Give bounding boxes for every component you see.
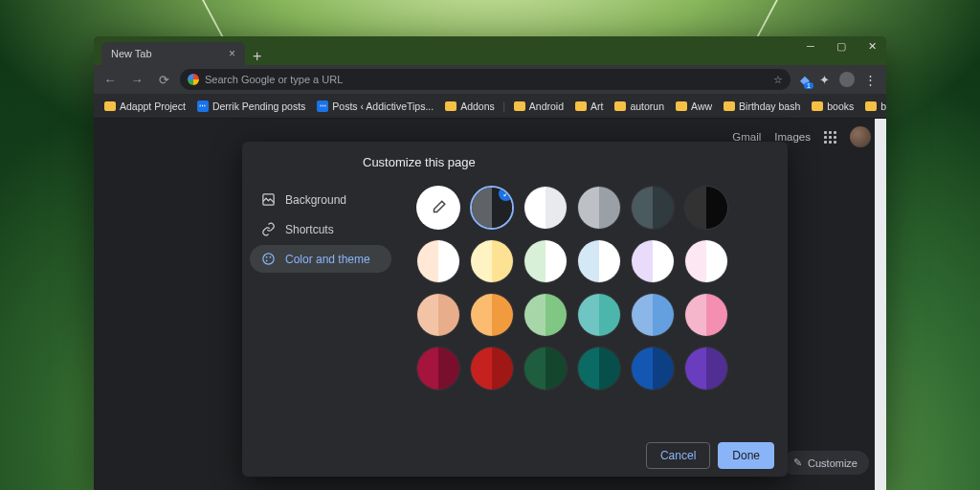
bookmark-item[interactable]: brochure xyxy=(860,98,886,115)
bookmark-label: autorun xyxy=(630,100,664,112)
color-swatch[interactable] xyxy=(470,293,514,337)
toolbar: ← → ⟳ Search Google or type a URL ☆ ◆ ✦ … xyxy=(94,65,886,94)
apps-icon[interactable] xyxy=(824,131,836,144)
forward-button[interactable]: → xyxy=(126,69,147,90)
new-tab-button[interactable]: + xyxy=(245,48,269,65)
color-swatch[interactable] xyxy=(684,186,728,230)
svg-point-4 xyxy=(266,259,268,261)
page-content: Gmail Images ✎ Customize Customize this … xyxy=(94,119,886,490)
color-swatch[interactable]: ✓ xyxy=(470,186,514,230)
site-icon: ⋯ xyxy=(317,100,328,112)
color-swatch[interactable] xyxy=(523,186,568,230)
close-tab-icon[interactable]: × xyxy=(229,47,235,60)
bookmark-label: Birthday bash xyxy=(739,100,800,112)
bookmark-item[interactable]: Birthday bash xyxy=(719,98,805,115)
close-window-icon[interactable]: ✕ xyxy=(863,40,880,53)
bookmark-label: Aww xyxy=(691,100,712,112)
check-icon: ✓ xyxy=(499,187,513,201)
dialog-sidebar: BackgroundShortcutsColor and theme xyxy=(242,159,399,434)
folder-icon xyxy=(614,101,626,111)
link-icon xyxy=(261,222,276,236)
bookmark-item[interactable]: Android xyxy=(509,98,568,115)
color-swatch[interactable] xyxy=(684,346,728,390)
folder-icon xyxy=(575,101,587,111)
dialog-main: ✓ xyxy=(399,159,788,434)
address-placeholder: Search Google or type a URL xyxy=(205,74,343,85)
color-swatch[interactable] xyxy=(416,346,460,390)
bookmarks-bar: Adappt Project⋯Derrik Pending posts⋯Post… xyxy=(94,94,886,119)
background-icon xyxy=(261,192,276,207)
nav-item-background[interactable]: Background xyxy=(250,186,391,213)
bookmark-label: Art xyxy=(590,100,603,112)
color-swatch[interactable] xyxy=(684,293,728,337)
bookmark-item[interactable]: autorun xyxy=(610,98,669,115)
extensions-menu-icon[interactable]: ✦ xyxy=(819,73,830,87)
bookmark-label: Posts ‹ AddictiveTips... xyxy=(332,100,434,112)
bookmark-item[interactable]: ⋯Posts ‹ AddictiveTips... xyxy=(312,98,438,115)
palette-icon xyxy=(261,252,276,266)
address-bar[interactable]: Search Google or type a URL ☆ xyxy=(180,69,791,90)
back-button[interactable]: ← xyxy=(100,69,121,90)
browser-window: New Tab × + ─ ▢ ✕ ← → ⟳ Search Google or… xyxy=(94,36,886,490)
nav-label: Color and theme xyxy=(285,253,370,266)
nav-item-shortcuts[interactable]: Shortcuts xyxy=(250,215,391,243)
profile-icon[interactable] xyxy=(839,72,855,87)
svg-point-2 xyxy=(266,256,268,258)
scrollbar[interactable] xyxy=(875,119,886,490)
customize-label: Customize xyxy=(808,457,858,469)
color-swatch[interactable] xyxy=(577,346,621,390)
color-swatch[interactable] xyxy=(577,293,621,337)
folder-icon xyxy=(724,101,735,111)
color-swatch[interactable] xyxy=(470,239,514,283)
tab-title: New Tab xyxy=(111,48,152,59)
bookmark-item[interactable]: Addons xyxy=(440,98,500,115)
nav-item-color-and-theme[interactable]: Color and theme xyxy=(250,245,391,273)
svg-point-1 xyxy=(263,254,274,264)
dialog-title: Customize this page xyxy=(242,155,476,183)
color-swatch[interactable] xyxy=(470,346,514,390)
maximize-icon[interactable]: ▢ xyxy=(833,40,850,53)
cancel-button[interactable]: Cancel xyxy=(646,442,710,469)
bookmark-label: Android xyxy=(529,100,564,112)
folder-icon xyxy=(865,101,877,111)
folder-icon xyxy=(445,101,457,111)
folder-icon xyxy=(812,101,823,111)
customize-button[interactable]: ✎ Customize xyxy=(782,451,869,475)
minimize-icon[interactable]: ─ xyxy=(802,40,819,53)
bookmark-item[interactable]: Adappt Project xyxy=(100,98,190,115)
color-swatch[interactable] xyxy=(416,239,460,283)
color-swatch[interactable] xyxy=(577,186,621,230)
color-swatch[interactable] xyxy=(631,293,675,337)
color-swatch[interactable] xyxy=(523,346,568,390)
bookmark-label: Addons xyxy=(460,100,495,112)
nav-label: Shortcuts xyxy=(285,223,334,236)
folder-icon xyxy=(104,101,116,111)
done-button[interactable]: Done xyxy=(718,442,774,469)
reload-button[interactable]: ⟳ xyxy=(153,69,174,90)
star-icon[interactable]: ☆ xyxy=(773,74,783,86)
bookmark-item[interactable]: Aww xyxy=(671,98,717,115)
color-swatch[interactable] xyxy=(684,239,728,283)
browser-tab[interactable]: New Tab × xyxy=(101,42,245,65)
dialog-footer: Cancel Done xyxy=(242,434,788,477)
title-bar: New Tab × + ─ ▢ ✕ xyxy=(94,36,886,65)
folder-icon xyxy=(676,101,687,111)
bookmark-label: Adappt Project xyxy=(120,100,186,112)
color-picker-swatch[interactable] xyxy=(416,186,460,230)
bookmark-label: brochure xyxy=(880,100,886,112)
color-swatch[interactable] xyxy=(416,293,460,337)
bookmark-item[interactable]: Art xyxy=(570,98,608,115)
color-swatch[interactable] xyxy=(631,346,675,390)
color-swatch[interactable] xyxy=(523,239,568,283)
bookmark-item[interactable]: ⋯Derrik Pending posts xyxy=(192,98,310,115)
color-swatch[interactable] xyxy=(631,239,675,283)
color-swatch[interactable] xyxy=(577,239,621,283)
extension-icon[interactable]: ◆ xyxy=(800,73,810,87)
color-swatch[interactable] xyxy=(523,293,568,337)
account-avatar[interactable] xyxy=(850,126,871,147)
menu-icon[interactable]: ⋮ xyxy=(864,73,877,87)
folder-icon xyxy=(514,101,525,111)
color-swatch[interactable] xyxy=(631,186,675,230)
bookmark-item[interactable]: books xyxy=(807,98,858,115)
pencil-icon: ✎ xyxy=(793,457,802,469)
